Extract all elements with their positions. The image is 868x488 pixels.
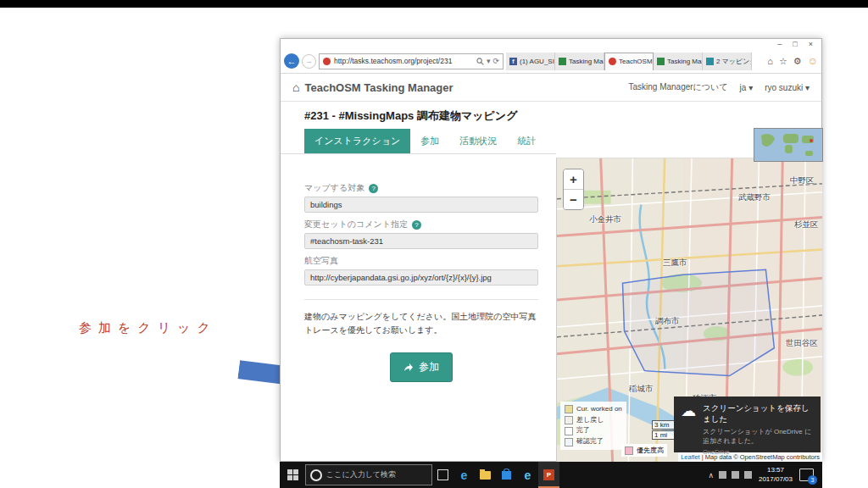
search-icon[interactable] [476, 58, 484, 65]
brand[interactable]: ⌂ TeachOSM Tasking Manager [292, 80, 453, 94]
back-icon[interactable]: ← [284, 53, 299, 69]
taskbar-search[interactable]: ここに入力して検索 [305, 464, 432, 485]
legend-item: Cur. worked on [565, 404, 622, 415]
legend-item: 確認完了 [565, 436, 622, 447]
site-favicon [323, 58, 331, 65]
header-right: Tasking Managerについて ja ▾ ryo suzuki ▾ [628, 81, 810, 93]
action-center-icon[interactable]: 3 [799, 469, 814, 481]
tray-display-icon[interactable] [719, 471, 726, 479]
tray-chevron-icon[interactable]: ∧ [708, 471, 714, 480]
window-controls: – □ × [777, 40, 813, 48]
browser-tab[interactable]: Tasking Mana... [654, 53, 703, 70]
clock-date: 2017/07/03 [757, 475, 794, 485]
close-button[interactable]: × [809, 40, 813, 48]
field-label-row: マップする対象 ? [304, 182, 538, 194]
zoom-out-button[interactable]: − [564, 189, 583, 209]
star-icon[interactable]: ☆ [779, 56, 787, 67]
chevron-down-icon: ▾ [748, 83, 753, 92]
zoom-control: + − [563, 169, 584, 210]
internet-explorer-icon: e [525, 469, 531, 482]
onedrive-toast[interactable]: ☁ スクリーンショットを保存しました スクリーンショットが OneDrive に… [674, 396, 821, 452]
doc-favicon-icon [706, 58, 714, 65]
powerpoint-button[interactable]: P [538, 462, 559, 488]
maximize-button[interactable]: □ [793, 40, 797, 48]
map-place-label: 調布市 [655, 316, 680, 327]
address-bar[interactable]: http://tasks.teachosm.org/project/231 ▾ … [319, 53, 504, 69]
chevron-down-icon: ▾ [805, 83, 810, 92]
map-legend: Cur. worked on 差し戻し 完了 確認完了 [560, 402, 626, 450]
refresh-icon[interactable]: ⟳ [492, 57, 499, 65]
map-place-label: 中野区 [790, 175, 815, 186]
forward-icon[interactable]: → [302, 54, 316, 69]
map-place-label: 世田谷区 [786, 338, 818, 349]
user-name: ryo suzuki [765, 83, 803, 92]
map-place-label: 武蔵野市 [738, 192, 771, 203]
browser-tab[interactable]: f (1) AGU_SIS2... [506, 53, 555, 70]
field-label-row: 航空写真 [304, 255, 538, 267]
folder-icon [480, 471, 491, 480]
tray-speaker-icon[interactable] [732, 471, 739, 479]
divider [304, 299, 538, 300]
brand-title: TeachOSM Tasking Manager [304, 81, 453, 94]
store-button[interactable] [496, 462, 517, 488]
tasking-favicon-icon [657, 58, 665, 65]
instruction-text: 建物のみマッピングをしてください。国土地理院の空中写真トレースを優先してお願いし… [304, 310, 538, 337]
map-place-label: 稲城市 [629, 384, 654, 395]
help-icon[interactable]: ? [412, 220, 421, 230]
language-menu[interactable]: ja ▾ [740, 83, 754, 92]
task-view-button[interactable] [432, 462, 453, 488]
legend-label: 完了 [576, 425, 590, 436]
toast-body: スクリーンショットを保存しました スクリーンショットが OneDrive に追加… [703, 403, 814, 446]
edge-button[interactable]: e [453, 462, 475, 488]
browser-tab-label: Tasking Mana... [667, 58, 703, 65]
minimize-button[interactable]: – [777, 40, 782, 48]
help-icon[interactable]: ? [369, 184, 378, 193]
browser-tab[interactable]: 2 マッピング_9... [703, 53, 752, 70]
chevron-down-icon[interactable]: ▾ [487, 57, 491, 65]
gear-icon[interactable]: ⚙ [793, 56, 802, 67]
clock-time: 13:57 [757, 466, 794, 475]
taskbar: ここに入力して検索 e e P ∧ 13:57 2017/07/03 3 [280, 462, 822, 488]
file-explorer-button[interactable] [475, 462, 496, 488]
world-overview-map[interactable] [754, 128, 823, 162]
field-label-row: 変更セットのコメント指定 ? [304, 219, 538, 230]
map-place-label: 杉並区 [794, 219, 819, 230]
internet-explorer-button[interactable]: e [517, 462, 538, 488]
project-tabs: インストラクション 参加 活動状況 統計 [281, 129, 556, 154]
legend-label: Cur. worked on [576, 404, 622, 415]
entities-to-map-field[interactable]: buildings [304, 197, 538, 213]
zoom-in-button[interactable]: + [564, 169, 583, 189]
tray-network-icon[interactable] [744, 471, 752, 479]
join-button[interactable]: 参加 [390, 352, 453, 382]
user-menu[interactable]: ryo suzuki ▾ [765, 83, 810, 92]
leaflet-link[interactable]: Leaflet [681, 453, 700, 461]
priority-legend: 優先度高 [621, 444, 667, 457]
address-bar-icons: ▾ ⟳ [476, 57, 499, 65]
feedback-smiley-icon[interactable]: ☺ [808, 55, 818, 67]
changeset-comment-field[interactable]: #teachosm-task-231 [304, 233, 538, 249]
url-text[interactable]: http://tasks.teachosm.org/project/231 [334, 57, 473, 65]
legend-swatch-icon [565, 416, 573, 424]
home-icon[interactable]: ⌂ [767, 56, 773, 66]
taskbar-clock[interactable]: 13:57 2017/07/03 [757, 466, 794, 485]
about-link[interactable]: Tasking Managerについて [628, 81, 727, 93]
browser-tab[interactable]: Tasking Mana... [555, 53, 604, 70]
map-place-label: 小金井市 [589, 214, 621, 225]
legend-swatch-icon [565, 427, 573, 435]
imagery-field[interactable]: http://cyberjapandata.gsi.go.jp/xyz/ort/… [304, 269, 538, 286]
tab-instructions[interactable]: インストラクション [304, 129, 410, 153]
start-button[interactable] [280, 462, 305, 488]
toast-message: スクリーンショットが OneDrive に追加されました。 [703, 427, 814, 446]
page-title: #231 - #MissingMaps 調布建物マッピング [304, 108, 517, 124]
house-icon: ⌂ [292, 80, 299, 94]
tab-activity[interactable]: 活動状況 [449, 129, 507, 153]
tab-contribute[interactable]: 参加 [410, 129, 449, 153]
tasking-favicon-icon [559, 58, 566, 65]
cortana-icon [310, 469, 322, 481]
changeset-comment-label: 変更セットのコメント指定 [304, 219, 408, 230]
slide-top-bar [0, 0, 868, 8]
legend-label: 確認完了 [576, 436, 604, 447]
edge-icon: e [461, 469, 468, 482]
browser-tab-active[interactable]: TeachOSM ... × [604, 53, 654, 70]
tab-stats[interactable]: 統計 [507, 129, 546, 153]
